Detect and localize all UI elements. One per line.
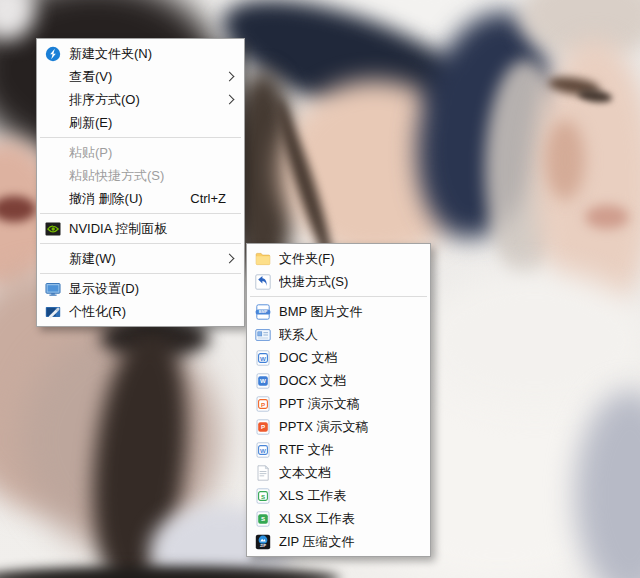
menu-item-refresh[interactable]: 刷新(E) bbox=[37, 111, 244, 134]
icon-slot-empty bbox=[45, 115, 61, 131]
menu-item-label: DOCX 文档 bbox=[279, 372, 422, 390]
shortcut-label: Ctrl+Z bbox=[190, 191, 236, 206]
menu-item-label: 个性化(R) bbox=[69, 303, 236, 321]
display-settings-icon bbox=[45, 281, 61, 297]
menu-item-xls[interactable]: SXLS 工作表 bbox=[247, 484, 430, 507]
wallpaper-shape bbox=[420, 270, 640, 410]
wallpaper-shape bbox=[585, 205, 629, 229]
menu-item-label: PPT 演示文稿 bbox=[279, 395, 422, 413]
menu-item-label: 文本文档 bbox=[279, 464, 422, 482]
menu-item-label: 文件夹(F) bbox=[279, 250, 422, 268]
svg-text:S: S bbox=[261, 515, 265, 522]
svg-text:ZIP: ZIP bbox=[260, 542, 267, 547]
ppt-file-icon: P bbox=[255, 396, 271, 412]
wallpaper-shape bbox=[0, 566, 340, 578]
menu-item-paste: 粘贴(P) bbox=[37, 141, 244, 164]
icon-slot-empty bbox=[45, 191, 61, 207]
menu-item-display-settings[interactable]: 显示设置(D) bbox=[37, 277, 244, 300]
menu-item-xlsx[interactable]: SXLSX 工作表 bbox=[247, 507, 430, 530]
folder-icon bbox=[255, 251, 271, 267]
new-submenu: 文件夹(F)快捷方式(S)BMPBMP 图片文件联系人WDOC 文档WDOCX … bbox=[246, 243, 431, 557]
new-folder-badge-icon bbox=[45, 46, 61, 62]
menu-item-label: 查看(V) bbox=[69, 68, 226, 86]
submenu-arrow-icon bbox=[225, 254, 235, 264]
menu-item-label: 排序方式(O) bbox=[69, 91, 226, 109]
icon-slot-empty bbox=[45, 69, 61, 85]
menu-item-label: PPTX 演示文稿 bbox=[279, 418, 422, 436]
menu-item-label: DOC 文档 bbox=[279, 349, 422, 367]
menu-item-label: XLS 工作表 bbox=[279, 487, 422, 505]
menu-item-pptx[interactable]: PPPTX 演示文稿 bbox=[247, 415, 430, 438]
menu-separator bbox=[40, 213, 241, 214]
xls-file-icon: S bbox=[255, 488, 271, 504]
menu-item-label: 刷新(E) bbox=[69, 114, 236, 132]
menu-item-nvidia-control-panel[interactable]: NVIDIA 控制面板 bbox=[37, 217, 244, 240]
icon-slot-empty bbox=[45, 251, 61, 267]
menu-item-shortcut[interactable]: 快捷方式(S) bbox=[247, 270, 430, 293]
rtf-file-icon: W bbox=[255, 442, 271, 458]
menu-item-label: 新建文件夹(N) bbox=[69, 45, 236, 63]
menu-item-label: 粘贴快捷方式(S) bbox=[69, 167, 236, 185]
xlsx-file-icon: S bbox=[255, 511, 271, 527]
menu-item-paste-shortcut: 粘贴快捷方式(S) bbox=[37, 164, 244, 187]
menu-item-label: 撤消 删除(U) bbox=[69, 190, 190, 208]
pptx-file-icon: P bbox=[255, 419, 271, 435]
svg-text:P: P bbox=[261, 423, 265, 430]
menu-item-ppt[interactable]: PPPT 演示文稿 bbox=[247, 392, 430, 415]
menu-separator bbox=[40, 137, 241, 138]
submenu-arrow-icon bbox=[225, 72, 235, 82]
contact-card-icon bbox=[255, 327, 271, 343]
menu-item-label: 联系人 bbox=[279, 326, 422, 344]
personalize-icon bbox=[45, 304, 61, 320]
wallpaper-shape bbox=[545, 120, 585, 200]
menu-item-personalize[interactable]: 个性化(R) bbox=[37, 300, 244, 323]
menu-item-new[interactable]: 新建(W) bbox=[37, 247, 244, 270]
svg-text:W: W bbox=[260, 354, 266, 361]
menu-separator bbox=[40, 273, 241, 274]
desktop-context-menu: 新建文件夹(N)查看(V)排序方式(O)刷新(E)粘贴(P)粘贴快捷方式(S)撤… bbox=[36, 38, 245, 327]
menu-item-doc[interactable]: WDOC 文档 bbox=[247, 346, 430, 369]
submenu-arrow-icon bbox=[225, 95, 235, 105]
menu-item-bmp[interactable]: BMPBMP 图片文件 bbox=[247, 300, 430, 323]
menu-item-label: RTF 文件 bbox=[279, 441, 422, 459]
doc-file-icon: W bbox=[255, 350, 271, 366]
menu-item-sort-by[interactable]: 排序方式(O) bbox=[37, 88, 244, 111]
menu-item-new-folder[interactable]: 新建文件夹(N) bbox=[37, 42, 244, 65]
menu-item-txt[interactable]: 文本文档 bbox=[247, 461, 430, 484]
svg-text:BMP: BMP bbox=[259, 310, 268, 314]
shortcut-icon bbox=[255, 274, 271, 290]
svg-text:W: W bbox=[260, 446, 266, 453]
icon-slot-empty bbox=[45, 168, 61, 184]
zip-file-icon: ZIP bbox=[255, 534, 271, 550]
menu-item-label: ZIP 压缩文件 bbox=[279, 533, 422, 551]
menu-item-contact[interactable]: 联系人 bbox=[247, 323, 430, 346]
menu-item-label: 快捷方式(S) bbox=[279, 273, 422, 291]
nvidia-icon bbox=[45, 221, 61, 237]
bmp-file-icon: BMP bbox=[255, 304, 271, 320]
menu-item-zip[interactable]: ZIPZIP 压缩文件 bbox=[247, 530, 430, 553]
icon-slot-empty bbox=[45, 92, 61, 108]
svg-text:W: W bbox=[260, 377, 266, 384]
menu-item-label: NVIDIA 控制面板 bbox=[69, 220, 236, 238]
menu-item-label: 新建(W) bbox=[69, 250, 226, 268]
menu-separator bbox=[250, 296, 427, 297]
menu-item-folder[interactable]: 文件夹(F) bbox=[247, 247, 430, 270]
icon-slot-empty bbox=[45, 145, 61, 161]
menu-item-label: 粘贴(P) bbox=[69, 144, 236, 162]
menu-item-undo-delete[interactable]: 撤消 删除(U)Ctrl+Z bbox=[37, 187, 244, 210]
svg-text:S: S bbox=[261, 492, 265, 499]
menu-item-docx[interactable]: WDOCX 文档 bbox=[247, 369, 430, 392]
menu-item-view[interactable]: 查看(V) bbox=[37, 65, 244, 88]
menu-item-label: 显示设置(D) bbox=[69, 280, 236, 298]
docx-file-icon: W bbox=[255, 373, 271, 389]
menu-item-label: XLSX 工作表 bbox=[279, 510, 422, 528]
menu-item-label: BMP 图片文件 bbox=[279, 303, 422, 321]
menu-item-rtf[interactable]: WRTF 文件 bbox=[247, 438, 430, 461]
txt-file-icon bbox=[255, 465, 271, 481]
svg-text:P: P bbox=[261, 400, 265, 407]
menu-separator bbox=[40, 243, 241, 244]
desktop[interactable]: 新建文件夹(N)查看(V)排序方式(O)刷新(E)粘贴(P)粘贴快捷方式(S)撤… bbox=[0, 0, 640, 578]
